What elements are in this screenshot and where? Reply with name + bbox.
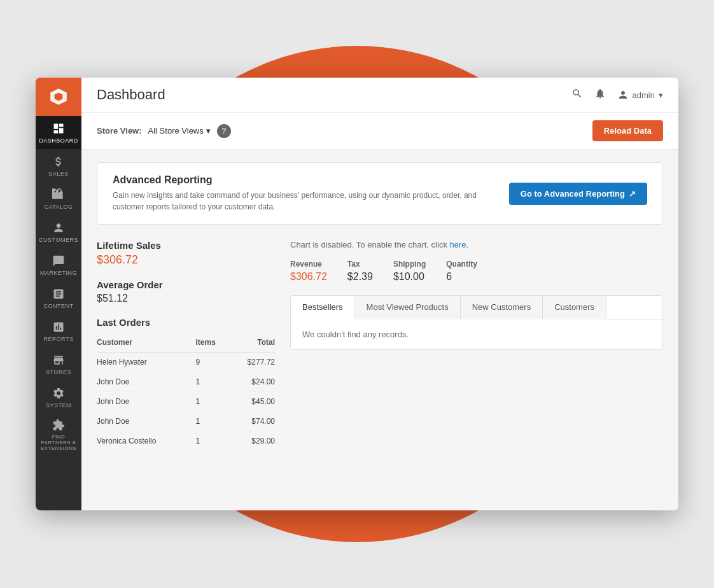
store-view-dropdown[interactable]: All Store Views ▾: [148, 126, 211, 136]
order-total: $24.00: [229, 372, 275, 392]
metric-label: Shipping: [393, 260, 426, 269]
chart-disabled-message: Chart is disabled. To enable the chart, …: [290, 240, 663, 249]
right-panel: Chart is disabled. To enable the chart, …: [290, 240, 663, 451]
lifetime-sales-value: $306.72: [97, 253, 275, 267]
sidebar-item-sales[interactable]: SALES: [36, 149, 81, 182]
order-customer: Veronica Costello: [97, 431, 196, 451]
advanced-reporting-text: Advanced Reporting Gain new insights and…: [113, 174, 507, 213]
left-panel: Lifetime Sales $306.72 Average Order $51…: [97, 240, 275, 451]
average-order-value: $51.12: [97, 293, 275, 304]
metric-item: Quantity 6: [446, 260, 477, 283]
header-actions: admin ▾: [571, 88, 663, 102]
order-customer: John Doe: [97, 412, 196, 431]
tabs-section: BestsellersMost Viewed ProductsNew Custo…: [290, 295, 663, 350]
page-title: Dashboard: [97, 87, 165, 103]
table-row: John Doe 1 $24.00: [97, 372, 275, 392]
store-view-value: All Store Views: [148, 126, 204, 136]
average-order-label: Average Order: [97, 279, 275, 290]
advanced-reporting-banner: Advanced Reporting Gain new insights and…: [97, 162, 663, 225]
col-items: Items: [196, 335, 229, 353]
order-items: 9: [196, 353, 229, 372]
sidebar-item-reports[interactable]: REPORTS: [36, 314, 81, 347]
sidebar-item-label: MARKETING: [40, 270, 77, 276]
sidebar-item-marketing[interactable]: MARKETING: [36, 248, 81, 281]
last-orders-section: Last Orders Customer Items Total: [97, 317, 275, 451]
metric-item: Shipping $10.00: [393, 260, 426, 283]
metric-value: $2.39: [347, 271, 373, 283]
store-view-section: Store View: All Store Views ▾ ?: [97, 124, 231, 138]
table-row: Veronica Costello 1 $29.00: [97, 431, 275, 451]
order-items: 1: [196, 392, 229, 412]
average-order-section: Average Order $51.12: [97, 279, 275, 304]
page-header: Dashboard admin ▾: [81, 78, 678, 113]
order-items: 1: [196, 431, 229, 451]
sidebar-item-label: REPORTS: [44, 336, 74, 342]
admin-label: admin: [633, 90, 655, 100]
lifetime-sales-label: Lifetime Sales: [97, 240, 275, 251]
sidebar-item-label: CONTENT: [44, 303, 74, 309]
lifetime-sales-section: Lifetime Sales $306.72: [97, 240, 275, 267]
page-content: Advanced Reporting Gain new insights and…: [81, 150, 678, 510]
order-customer: John Doe: [97, 372, 196, 392]
sidebar-item-label: SYSTEM: [46, 402, 71, 409]
orders-table: Customer Items Total Helen Hywater 9 $27…: [97, 335, 275, 451]
sidebar-item-extensions[interactable]: FIND PARTNERS & EXTENSIONS: [36, 414, 81, 456]
logo[interactable]: [36, 78, 81, 116]
order-customer: John Doe: [97, 392, 196, 412]
admin-dropdown-icon: ▾: [659, 90, 663, 100]
order-items: 1: [196, 412, 229, 431]
main-content: Dashboard admin ▾ Store View:: [81, 78, 678, 510]
metric-item: Tax $2.39: [347, 260, 373, 283]
store-view-label: Store View:: [97, 126, 142, 136]
sidebar-item-catalog[interactable]: CATALOG: [36, 182, 81, 215]
help-icon[interactable]: ?: [217, 124, 231, 138]
dashboard-body: Lifetime Sales $306.72 Average Order $51…: [97, 240, 663, 451]
sidebar-item-content[interactable]: CONTENT: [36, 281, 81, 314]
chart-enable-link[interactable]: here.: [450, 240, 469, 249]
order-total: $45.00: [229, 392, 275, 412]
last-orders-title: Last Orders: [97, 317, 275, 328]
metric-label: Revenue: [290, 260, 327, 269]
sidebar-item-label: CUSTOMERS: [39, 237, 78, 243]
tab-new-customers[interactable]: New Customers: [461, 296, 543, 319]
order-total: $74.00: [229, 412, 275, 431]
sidebar-item-label: CATALOG: [44, 204, 73, 210]
sidebar-item-stores[interactable]: STORES: [36, 347, 81, 381]
order-customer: Helen Hywater: [97, 353, 196, 372]
order-total: $29.00: [229, 431, 275, 451]
sidebar-item-dashboard[interactable]: DASHBOARD: [36, 116, 81, 149]
search-icon[interactable]: [571, 88, 583, 102]
metric-label: Quantity: [446, 260, 477, 269]
sidebar: DASHBOARD SALES CATALOG CUSTOMERS MARKET…: [36, 78, 81, 510]
chevron-down-icon: ▾: [206, 126, 211, 136]
sidebar-item-label: STORES: [46, 369, 71, 375]
sidebar-item-label: SALES: [48, 171, 69, 177]
advanced-reporting-title: Advanced Reporting: [113, 174, 507, 186]
admin-menu[interactable]: admin ▾: [617, 89, 663, 101]
notifications-icon[interactable]: [594, 88, 606, 102]
sidebar-item-system[interactable]: SYSTEM: [36, 381, 81, 414]
advanced-reporting-description: Gain new insights and take command of yo…: [113, 190, 507, 213]
metric-value: $10.00: [393, 271, 426, 283]
sidebar-item-label: FIND PARTNERS & EXTENSIONS: [39, 434, 78, 451]
sidebar-item-label: DASHBOARD: [39, 137, 78, 144]
metric-item: Revenue $306.72: [290, 260, 327, 283]
tab-bestsellers[interactable]: Bestsellers: [291, 296, 355, 319]
col-total: Total: [229, 335, 275, 353]
table-row: John Doe 1 $74.00: [97, 412, 275, 431]
external-link-icon: ↗: [629, 189, 636, 199]
sidebar-item-customers[interactable]: CUSTOMERS: [36, 215, 81, 248]
tab-customers[interactable]: Customers: [543, 296, 606, 319]
table-row: John Doe 1 $45.00: [97, 392, 275, 412]
order-items: 1: [196, 372, 229, 392]
metric-value: $306.72: [290, 271, 327, 283]
table-row: Helen Hywater 9 $277.72: [97, 353, 275, 372]
empty-records-message: We couldn't find any records.: [302, 330, 409, 339]
metric-label: Tax: [347, 260, 373, 269]
reload-data-button[interactable]: Reload Data: [592, 120, 663, 141]
tab-content: We couldn't find any records.: [291, 319, 662, 349]
tab-most-viewed-products[interactable]: Most Viewed Products: [355, 296, 461, 319]
go-to-advanced-reporting-button[interactable]: Go to Advanced Reporting ↗: [509, 183, 647, 205]
order-total: $277.72: [229, 353, 275, 372]
metrics-row: Revenue $306.72 Tax $2.39 Shipping $10.0…: [290, 260, 663, 283]
